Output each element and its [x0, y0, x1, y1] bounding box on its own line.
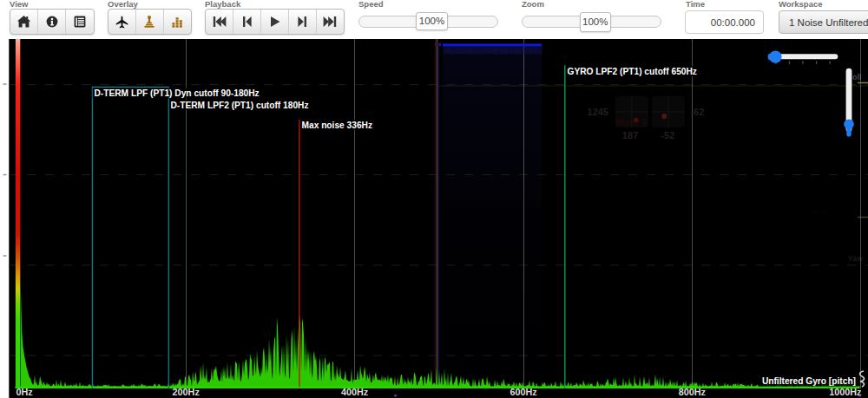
svg-text:400Hz: 400Hz	[341, 387, 369, 397]
svg-text:Yaw: Yaw	[848, 254, 865, 263]
svg-text:600Hz: 600Hz	[510, 387, 537, 397]
svg-text:-62: -62	[690, 107, 704, 117]
svg-text:BLACKBOX ON|PREARM OFF: BLACKBOX ON|PREARM OFF	[446, 47, 538, 55]
svg-text:Mode 2: Mode 2	[616, 117, 648, 127]
svg-text:1000Hz: 1000Hz	[829, 387, 862, 397]
svg-text:Max noise 336Hz: Max noise 336Hz	[302, 121, 373, 130]
svg-text:0Hz: 0Hz	[16, 387, 34, 397]
svg-text:187: 187	[622, 130, 638, 140]
svg-text:Pitch: Pitch	[810, 207, 829, 216]
svg-text:800Hz: 800Hz	[679, 387, 707, 397]
svg-text:GYRO LPF2 (PT1) cutoff 650Hz: GYRO LPF2 (PT1) cutoff 650Hz	[568, 67, 697, 76]
svg-text:-52: -52	[661, 130, 674, 140]
svg-text:1245: 1245	[588, 107, 608, 117]
svg-text:D-TERM LPF (PT1) Dyn cutoff 90: D-TERM LPF (PT1) Dyn cutoff 90-180Hz	[95, 88, 260, 98]
svg-text:200Hz: 200Hz	[173, 387, 201, 397]
svg-text:Unfiltered Gyro [pitch]: Unfiltered Gyro [pitch]	[762, 376, 856, 386]
svg-text:oll: oll	[852, 73, 862, 82]
svg-text:D-TERM LPF2 (PT1) cutoff 180Hz: D-TERM LPF2 (PT1) cutoff 180Hz	[171, 101, 309, 110]
